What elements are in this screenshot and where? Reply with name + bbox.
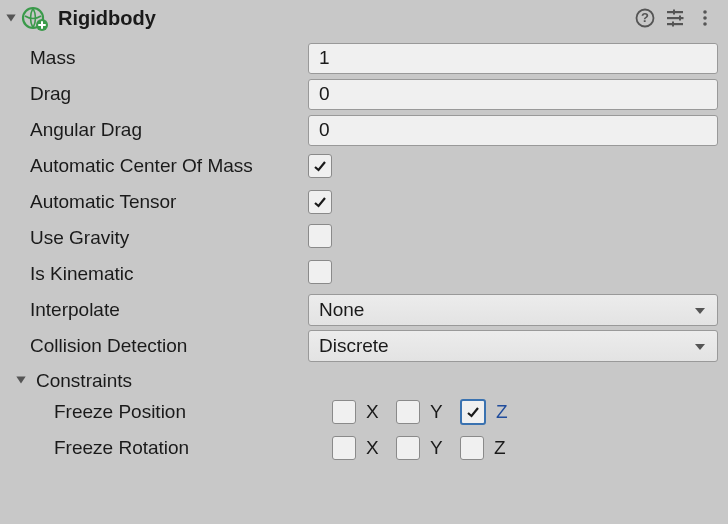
use-gravity-label: Use Gravity xyxy=(10,227,300,249)
freeze-rot-z-checkbox[interactable] xyxy=(460,436,484,460)
foldout-icon xyxy=(14,370,28,392)
auto-tensor-checkbox[interactable] xyxy=(308,190,332,214)
svg-rect-7 xyxy=(681,17,684,19)
constraints-label: Constraints xyxy=(28,370,132,392)
svg-rect-6 xyxy=(667,17,679,19)
help-icon[interactable]: ? xyxy=(632,5,658,31)
interpolate-row: Interpolate None xyxy=(10,292,718,328)
is-kinematic-label: Is Kinematic xyxy=(10,263,300,285)
angular-drag-input[interactable] xyxy=(308,115,718,146)
auto-tensor-label: Automatic Tensor xyxy=(10,191,300,213)
svg-rect-9 xyxy=(674,23,683,25)
is-kinematic-checkbox[interactable] xyxy=(308,260,332,284)
svg-text:?: ? xyxy=(641,10,649,25)
collision-detection-label: Collision Detection xyxy=(10,335,300,357)
is-kinematic-row: Is Kinematic xyxy=(10,256,718,292)
collision-detection-row: Collision Detection Discrete xyxy=(10,328,718,364)
rigidbody-panel: Rigidbody ? Mass Dr xyxy=(0,0,728,524)
svg-point-14 xyxy=(703,16,707,20)
svg-rect-12 xyxy=(672,22,674,27)
interpolate-select[interactable]: None xyxy=(308,294,718,326)
axis-x-label: X xyxy=(366,401,386,423)
svg-point-13 xyxy=(703,10,707,14)
freeze-position-row: Freeze Position X Y Z xyxy=(10,394,718,430)
freeze-rotation-label: Freeze Rotation xyxy=(10,437,324,459)
presets-icon[interactable] xyxy=(662,5,688,31)
svg-rect-8 xyxy=(667,23,672,25)
chevron-down-icon xyxy=(693,299,707,321)
drag-row: Drag xyxy=(10,76,718,112)
angular-drag-row: Angular Drag xyxy=(10,112,718,148)
auto-center-row: Automatic Center Of Mass xyxy=(10,148,718,184)
svg-rect-4 xyxy=(667,11,673,13)
freeze-pos-y-checkbox[interactable] xyxy=(396,400,420,424)
component-body: Mass Drag Angular Drag Automatic Center … xyxy=(0,34,728,468)
axis-z-label: Z xyxy=(494,437,514,459)
component-title: Rigidbody xyxy=(58,7,628,30)
collision-detection-select[interactable]: Discrete xyxy=(308,330,718,362)
svg-rect-11 xyxy=(679,16,681,21)
svg-point-15 xyxy=(703,22,707,26)
rigidbody-icon xyxy=(22,5,48,31)
foldout-icon[interactable] xyxy=(4,11,18,25)
auto-center-checkbox[interactable] xyxy=(308,154,332,178)
drag-input[interactable] xyxy=(308,79,718,110)
auto-center-label: Automatic Center Of Mass xyxy=(10,155,300,177)
freeze-position-label: Freeze Position xyxy=(10,401,324,423)
interpolate-value: None xyxy=(319,299,364,321)
freeze-rot-y-checkbox[interactable] xyxy=(396,436,420,460)
interpolate-label: Interpolate xyxy=(10,299,300,321)
freeze-rot-x-checkbox[interactable] xyxy=(332,436,356,460)
use-gravity-checkbox[interactable] xyxy=(308,224,332,248)
freeze-pos-x-checkbox[interactable] xyxy=(332,400,356,424)
svg-rect-5 xyxy=(675,11,683,13)
mass-label: Mass xyxy=(10,47,300,69)
component-header: Rigidbody ? xyxy=(0,0,728,34)
context-menu-icon[interactable] xyxy=(692,5,718,31)
axis-y-label: Y xyxy=(430,437,450,459)
svg-rect-10 xyxy=(673,10,675,15)
freeze-pos-z-checkbox[interactable] xyxy=(460,399,486,425)
mass-row: Mass xyxy=(10,40,718,76)
constraints-foldout[interactable]: Constraints xyxy=(10,364,718,394)
axis-z-label: Z xyxy=(496,401,516,423)
chevron-down-icon xyxy=(693,335,707,357)
use-gravity-row: Use Gravity xyxy=(10,220,718,256)
mass-input[interactable] xyxy=(308,43,718,74)
collision-detection-value: Discrete xyxy=(319,335,389,357)
axis-y-label: Y xyxy=(430,401,450,423)
angular-drag-label: Angular Drag xyxy=(10,119,300,141)
axis-x-label: X xyxy=(366,437,386,459)
auto-tensor-row: Automatic Tensor xyxy=(10,184,718,220)
freeze-rotation-row: Freeze Rotation X Y Z xyxy=(10,430,718,466)
drag-label: Drag xyxy=(10,83,300,105)
